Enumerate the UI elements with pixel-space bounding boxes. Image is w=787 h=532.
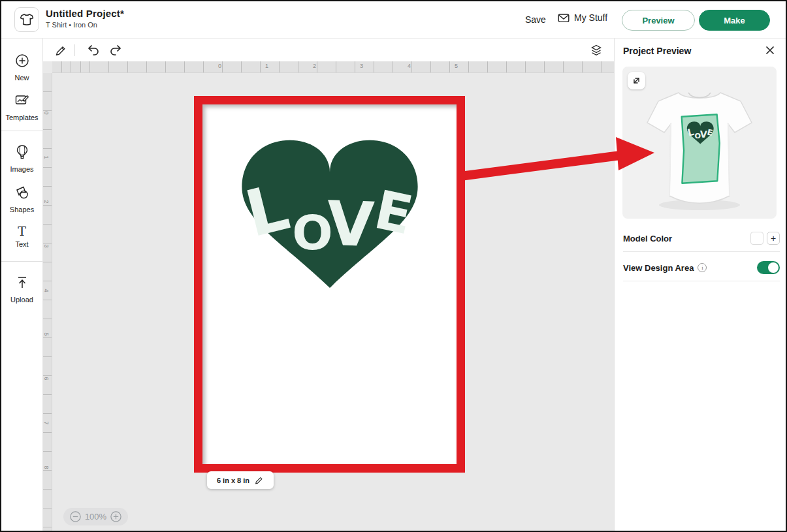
sidebar-label-text: Text	[1, 240, 42, 248]
sidebar-item-text[interactable]: T Text	[1, 225, 42, 248]
expand-preview-button[interactable]	[628, 72, 645, 89]
design-area-overlay	[681, 114, 721, 183]
tool-sidebar: New Templates Images Sha	[1, 39, 43, 532]
redo-button[interactable]	[107, 42, 124, 59]
toolbar-divider	[74, 44, 75, 56]
sidebar-divider	[1, 131, 42, 131]
vruler-label: 8	[43, 465, 50, 469]
vruler-label: 0	[43, 111, 50, 114]
balloon-icon	[15, 144, 29, 160]
my-stuff-button[interactable]: My Stuff	[558, 12, 607, 23]
my-stuff-label: My Stuff	[574, 12, 607, 23]
info-icon[interactable]: i	[698, 263, 707, 272]
artboard-page[interactable]: L O V E	[202, 104, 457, 464]
model-color-label: Model Color	[623, 234, 672, 243]
tshirt-icon	[20, 12, 34, 27]
sidebar-label-new: New	[1, 74, 42, 82]
add-model-color-button[interactable]: +	[767, 232, 780, 245]
model-color-row: Model Color +	[615, 227, 787, 250]
view-design-area-toggle[interactable]	[757, 261, 780, 274]
hruler-label: 2	[313, 63, 316, 69]
text-tool-icon: T	[1, 225, 42, 238]
view-design-area-label: View Design Area	[623, 263, 694, 273]
sidebar-divider	[1, 261, 42, 262]
panel-divider	[623, 251, 780, 252]
sidebar-item-upload[interactable]: Upload	[1, 275, 42, 304]
vruler-label: 7	[43, 421, 50, 424]
sidebar-item-images[interactable]: Images	[1, 144, 42, 173]
tshirt-preview[interactable]	[622, 67, 777, 219]
sidebar-label-images: Images	[1, 165, 42, 173]
envelope-icon	[558, 12, 570, 23]
design-canvas[interactable]: 0 1 2 3 4 5 0 1 2 3 4 5 6 7 8	[43, 39, 614, 532]
love-heart-design[interactable]: L O V E	[230, 131, 430, 464]
panel-divider	[623, 281, 780, 281]
undo-icon	[87, 44, 100, 56]
edit-size-pencil-icon	[254, 475, 264, 485]
templates-icon	[14, 93, 30, 108]
hruler-label: 0	[218, 63, 221, 69]
artboard-size-label: 6 in x 8 in	[217, 477, 249, 484]
sidebar-item-shapes[interactable]: Shapes	[1, 185, 42, 213]
project-title-block: Untitled Project* T Shirt • Iron On	[46, 8, 124, 29]
shapes-icon	[14, 185, 30, 200]
sidebar-item-new[interactable]: New	[1, 53, 42, 82]
hruler-label: 1	[265, 63, 268, 69]
project-type-button[interactable]	[14, 7, 39, 32]
vruler-label: 6	[43, 377, 50, 380]
hruler-label: 4	[408, 63, 411, 69]
top-bar: Untitled Project* T Shirt • Iron On Save…	[1, 1, 786, 39]
sidebar-item-templates[interactable]: Templates	[1, 93, 42, 121]
panel-title: Project Preview	[623, 46, 691, 56]
expand-icon	[632, 76, 641, 86]
sidebar-label-shapes: Shapes	[1, 206, 42, 213]
undo-button[interactable]	[85, 42, 102, 59]
edit-pencil-button[interactable]	[52, 42, 69, 59]
layers-button[interactable]	[588, 42, 605, 59]
sidebar-label-templates: Templates	[1, 114, 42, 121]
project-preview-panel: Project Preview	[614, 39, 787, 532]
zoom-control: 100%	[63, 508, 128, 525]
hruler-label: 5	[455, 63, 458, 69]
close-icon	[765, 45, 775, 55]
vruler-label: 1	[43, 155, 50, 159]
zoom-in-button[interactable]	[110, 511, 121, 522]
app-window: Untitled Project* T Shirt • Iron On Save…	[0, 0, 787, 532]
horizontal-ruler: 0 1 2 3 4 5	[52, 61, 614, 73]
vertical-ruler: 0 1 2 3 4 5 6 7 8	[43, 73, 52, 532]
zoom-out-button[interactable]	[70, 511, 81, 522]
vruler-label: 4	[43, 289, 50, 292]
view-design-area-row: View Design Area i	[615, 256, 787, 279]
redo-icon	[109, 44, 122, 56]
artboard-size-chip[interactable]: 6 in x 8 in	[207, 471, 274, 489]
sidebar-label-upload: Upload	[1, 296, 42, 304]
canvas-toolbar	[43, 39, 614, 61]
pencil-icon	[54, 44, 67, 57]
tshirt-mockup	[622, 67, 777, 219]
close-panel-button[interactable]	[765, 45, 777, 57]
make-button[interactable]: Make	[699, 10, 770, 31]
layers-icon	[590, 44, 603, 57]
vruler-label: 2	[43, 200, 50, 203]
project-title: Untitled Project*	[46, 8, 124, 19]
vruler-label: 3	[43, 244, 50, 247]
annotation-red-rectangle: L O V E	[194, 96, 465, 473]
preview-button[interactable]: Preview	[622, 10, 695, 31]
new-plus-icon	[14, 53, 30, 69]
vruler-label: 5	[43, 332, 50, 336]
toggle-knob	[768, 262, 779, 273]
zoom-level: 100%	[85, 512, 106, 522]
model-color-swatch[interactable]	[750, 232, 763, 245]
upload-icon	[15, 275, 29, 290]
hruler-label: 3	[360, 63, 363, 69]
save-button[interactable]: Save	[525, 14, 546, 25]
project-subtitle: T Shirt • Iron On	[46, 21, 124, 29]
